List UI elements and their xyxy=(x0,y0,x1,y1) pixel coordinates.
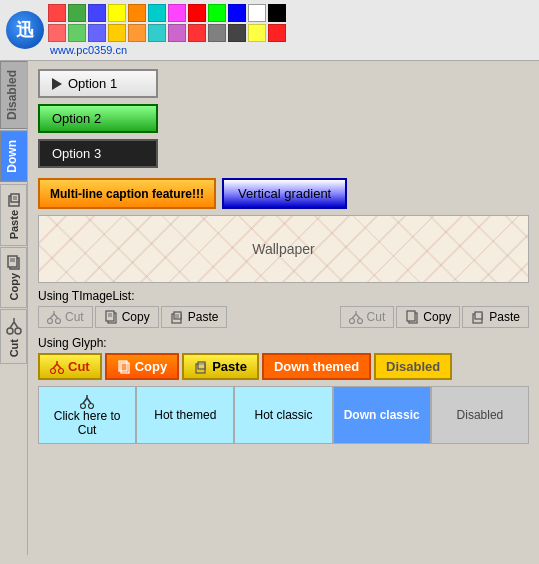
copy-button-2[interactable]: Copy xyxy=(396,306,460,328)
option1-button[interactable]: Option 1 xyxy=(38,69,158,98)
svg-rect-34 xyxy=(475,312,482,319)
svg-point-45 xyxy=(89,404,94,409)
glyph-label: Using Glyph: xyxy=(38,336,529,350)
color-row-top xyxy=(48,4,286,22)
glyph-cut-button[interactable]: Cut xyxy=(38,353,102,380)
paste-icon-2 xyxy=(471,310,485,324)
ribbon-cut-button[interactable]: Click here to Cut xyxy=(38,386,136,444)
color-swatch xyxy=(88,24,106,42)
vertgrad-button[interactable]: Vertical gradient xyxy=(222,178,347,209)
color-swatch xyxy=(128,24,146,42)
svg-point-44 xyxy=(81,404,86,409)
color-swatch xyxy=(248,4,266,22)
tab-copy[interactable]: Copy xyxy=(0,247,27,308)
svg-point-26 xyxy=(349,319,354,324)
copy-icon-small xyxy=(104,310,118,324)
buttons-row: Multi-line caption feature!!! Vertical g… xyxy=(38,178,529,209)
svg-line-29 xyxy=(356,314,360,319)
svg-point-36 xyxy=(59,368,64,373)
svg-point-27 xyxy=(357,319,362,324)
color-swatch xyxy=(168,4,186,22)
color-swatch xyxy=(268,24,286,42)
color-swatch xyxy=(148,24,166,42)
logo-area: 迅 xyxy=(6,4,533,56)
toolbar-row-1: Cut Copy Paste xyxy=(38,306,529,328)
color-swatch xyxy=(208,24,226,42)
svg-line-10 xyxy=(10,322,14,328)
glyph-row: Cut Copy Paste Down themed Disab xyxy=(38,353,529,380)
ribbon-cut-icon xyxy=(79,393,95,409)
cut-icon-small xyxy=(47,310,61,324)
left-tabs: Disabled Down Paste Copy xyxy=(0,61,28,555)
glyph-down-button[interactable]: Down themed xyxy=(262,353,371,380)
content-panel: Option 1 Option 2 Option 3 Multi-line ca… xyxy=(28,61,539,555)
color-swatch xyxy=(48,4,66,22)
color-swatch xyxy=(268,4,286,22)
cut-icon-2 xyxy=(349,310,363,324)
tab-paste[interactable]: Paste xyxy=(0,184,27,246)
glyph-paste-button[interactable]: Paste xyxy=(182,353,259,380)
glyph-copy-button[interactable]: Copy xyxy=(105,353,180,380)
color-swatch xyxy=(88,4,106,22)
color-swatch xyxy=(208,4,226,22)
ribbon-down-classic-button[interactable]: Down classic xyxy=(333,386,431,444)
svg-line-47 xyxy=(87,398,91,404)
top-banner: 迅 xyxy=(0,0,539,61)
glyph-paste-icon xyxy=(194,360,208,374)
color-swatch xyxy=(108,24,126,42)
color-swatch xyxy=(128,4,146,22)
tab-cut[interactable]: Cut xyxy=(0,309,27,364)
cut-button-2[interactable]: Cut xyxy=(340,306,395,328)
option3-button[interactable]: Option 3 xyxy=(38,139,158,168)
copy-button-1[interactable]: Copy xyxy=(95,306,159,328)
paste-icon xyxy=(6,191,22,207)
imagelist-label: Using TImageList: xyxy=(38,289,529,303)
color-row-bottom xyxy=(48,24,286,42)
svg-line-15 xyxy=(50,314,54,319)
paste-button-1[interactable]: Paste xyxy=(161,306,228,328)
color-swatch xyxy=(68,4,86,22)
wallpaper-area: Wallpaper xyxy=(38,215,529,283)
svg-line-28 xyxy=(352,314,356,319)
tab-down[interactable]: Down xyxy=(0,131,27,182)
logo-icon: 迅 xyxy=(6,11,44,49)
svg-point-14 xyxy=(56,319,61,324)
ribbon-hot-classic-button[interactable]: Hot classic xyxy=(234,386,332,444)
svg-line-46 xyxy=(83,398,87,404)
paste-icon-small xyxy=(170,310,184,324)
svg-line-37 xyxy=(53,364,57,369)
svg-point-35 xyxy=(51,368,56,373)
svg-point-8 xyxy=(7,328,13,334)
cut-icon xyxy=(6,316,22,336)
glyph-cut-icon xyxy=(50,360,64,374)
wallpaper-label: Wallpaper xyxy=(252,241,315,257)
glyph-copy-icon xyxy=(117,360,131,374)
color-swatch xyxy=(188,4,206,22)
svg-rect-43 xyxy=(198,362,205,369)
url-text: www.pc0359.cn xyxy=(50,44,286,56)
svg-rect-41 xyxy=(119,361,127,371)
cut-button-disabled[interactable]: Cut xyxy=(38,306,93,328)
play-icon xyxy=(52,78,62,90)
color-swatch xyxy=(188,24,206,42)
color-swatch xyxy=(48,24,66,42)
multiline-button[interactable]: Multi-line caption feature!!! xyxy=(38,178,216,209)
color-swatch xyxy=(148,4,166,22)
svg-line-11 xyxy=(14,322,18,328)
copy-icon-2 xyxy=(405,310,419,324)
color-swatch xyxy=(68,24,86,42)
color-swatch xyxy=(228,4,246,22)
svg-point-9 xyxy=(15,328,21,334)
color-swatch xyxy=(228,24,246,42)
color-swatch xyxy=(168,24,186,42)
svg-rect-32 xyxy=(407,311,415,321)
main-area: Disabled Down Paste Copy xyxy=(0,61,539,555)
option2-button[interactable]: Option 2 xyxy=(38,104,158,133)
tab-disabled[interactable]: Disabled xyxy=(0,61,27,129)
ribbon-hot-themed-button[interactable]: Hot themed xyxy=(136,386,234,444)
glyph-disabled-button[interactable]: Disabled xyxy=(374,353,452,380)
color-swatch xyxy=(248,24,266,42)
color-swatch xyxy=(108,4,126,22)
ribbon-disabled-button[interactable]: Disabled xyxy=(431,386,529,444)
paste-button-2[interactable]: Paste xyxy=(462,306,529,328)
